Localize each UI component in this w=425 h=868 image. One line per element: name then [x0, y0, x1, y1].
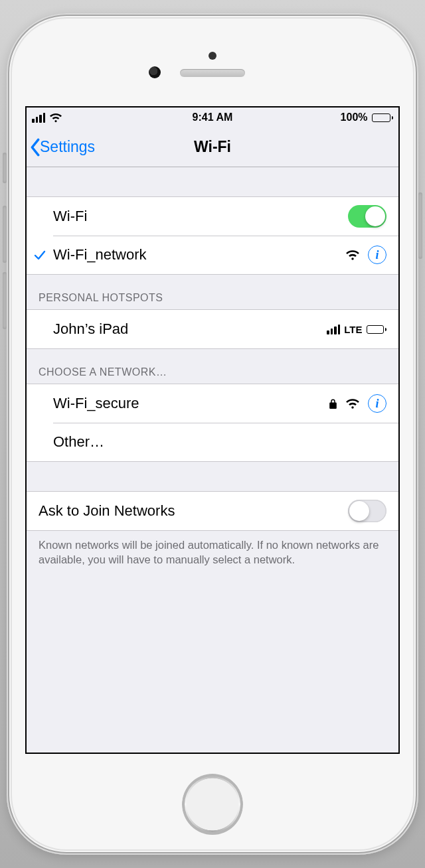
- hotspots-group: John’s iPad LTE: [27, 309, 398, 349]
- back-label: Settings: [40, 138, 95, 156]
- other-label: Other…: [53, 433, 386, 451]
- wifi-signal-icon: [345, 250, 360, 261]
- ask-join-label: Ask to Join Networks: [39, 502, 348, 520]
- screen: 9:41 AM 100% Settings Wi-Fi: [25, 106, 400, 754]
- checkmark-icon: [27, 248, 53, 261]
- info-button[interactable]: i: [368, 394, 386, 413]
- nav-bar: Settings Wi-Fi: [27, 127, 398, 167]
- wifi-toggle-switch[interactable]: [348, 205, 386, 228]
- hotspot-network-type: LTE: [344, 324, 362, 335]
- lock-icon: [329, 398, 337, 409]
- volume-up-button: [3, 206, 7, 263]
- back-button[interactable]: Settings: [27, 138, 95, 157]
- power-button: [418, 192, 422, 259]
- hotspots-header: Personal Hotspots: [27, 275, 398, 309]
- home-button[interactable]: [182, 774, 243, 835]
- wifi-main-group: Wi-Fi Wi-Fi_network: [27, 196, 398, 275]
- status-bar: 9:41 AM 100%: [27, 108, 398, 127]
- cellular-signal-icon: [32, 113, 45, 123]
- network-row[interactable]: Wi-Fi_secure i: [27, 384, 398, 423]
- mute-switch: [3, 153, 7, 183]
- connected-network-name: Wi-Fi_network: [53, 246, 345, 263]
- network-name: Wi-Fi_secure: [53, 395, 329, 412]
- earpiece-speaker: [180, 69, 245, 77]
- hotspot-name: John’s iPad: [53, 321, 327, 338]
- proximity-sensor: [149, 66, 161, 78]
- wifi-signal-icon: [345, 398, 360, 409]
- networks-group: Wi-Fi_secure i: [27, 384, 398, 462]
- battery-percent: 100%: [341, 111, 368, 123]
- ask-join-group: Ask to Join Networks: [27, 491, 398, 531]
- wifi-toggle-label: Wi-Fi: [53, 208, 348, 225]
- front-camera: [209, 52, 216, 60]
- ask-join-row: Ask to Join Networks: [27, 492, 398, 530]
- ask-join-switch[interactable]: [348, 500, 386, 522]
- connected-network-row[interactable]: Wi-Fi_network i: [27, 236, 398, 274]
- hotspot-signal-icon: [327, 325, 340, 334]
- content-scroll[interactable]: Wi-Fi Wi-Fi_network: [27, 167, 398, 753]
- info-button[interactable]: i: [368, 246, 386, 264]
- other-network-row[interactable]: Other…: [27, 423, 398, 461]
- networks-header: Choose a Network…: [27, 349, 398, 384]
- wifi-toggle-row: Wi-Fi: [27, 197, 398, 236]
- iphone-frame: 9:41 AM 100% Settings Wi-Fi: [7, 13, 418, 855]
- battery-icon: [372, 113, 394, 122]
- ask-join-footer: Known networks will be joined automatica…: [27, 531, 398, 567]
- wifi-icon: [49, 113, 62, 123]
- volume-down-button: [3, 272, 7, 329]
- hotspot-row[interactable]: John’s iPad LTE: [27, 310, 398, 348]
- hotspot-battery-icon: [367, 325, 387, 334]
